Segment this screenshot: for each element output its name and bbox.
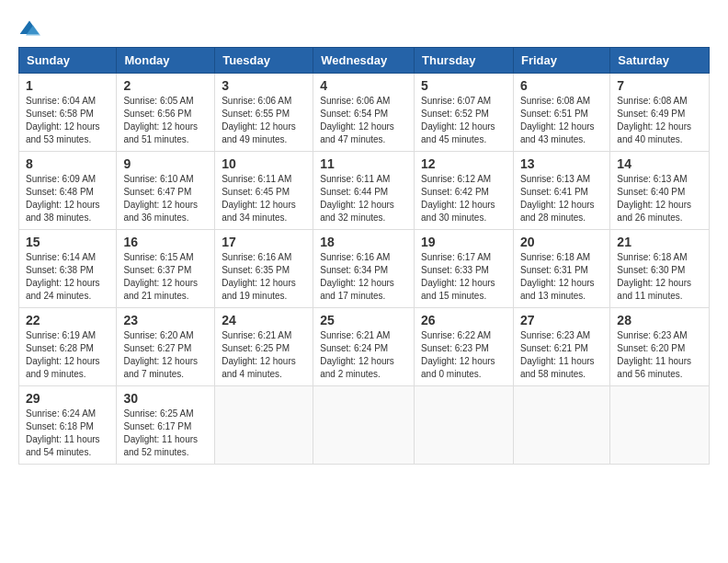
day-number: 7 bbox=[617, 78, 702, 93]
cell-content: Sunrise: 6:09 AMSunset: 6:48 PMDaylight:… bbox=[26, 173, 109, 224]
day-number: 21 bbox=[617, 235, 702, 249]
cell-content: Sunrise: 6:11 AMSunset: 6:44 PMDaylight:… bbox=[320, 173, 407, 224]
day-number: 24 bbox=[222, 313, 306, 327]
cell-content: Sunrise: 6:06 AMSunset: 6:54 PMDaylight:… bbox=[320, 95, 407, 146]
cell-content: Sunrise: 6:20 AMSunset: 6:27 PMDaylight:… bbox=[123, 329, 208, 381]
day-number: 18 bbox=[320, 235, 407, 249]
cell-content: Sunrise: 6:19 AMSunset: 6:28 PMDaylight:… bbox=[26, 329, 109, 381]
calendar-cell: 24Sunrise: 6:21 AMSunset: 6:25 PMDayligh… bbox=[215, 308, 313, 386]
day-number: 11 bbox=[320, 156, 407, 171]
calendar-cell bbox=[610, 386, 710, 465]
calendar-table: SundayMondayTuesdayWednesdayThursdayFrid… bbox=[18, 47, 710, 465]
col-header-saturday: Saturday bbox=[610, 48, 710, 74]
week-row-5: 29Sunrise: 6:24 AMSunset: 6:18 PMDayligh… bbox=[19, 386, 710, 465]
day-number: 17 bbox=[222, 235, 306, 249]
calendar-cell: 15Sunrise: 6:14 AMSunset: 6:38 PMDayligh… bbox=[19, 230, 117, 308]
cell-content: Sunrise: 6:25 AMSunset: 6:17 PMDaylight:… bbox=[123, 408, 208, 459]
day-number: 26 bbox=[421, 313, 506, 327]
calendar-header-row: SundayMondayTuesdayWednesdayThursdayFrid… bbox=[19, 48, 710, 74]
cell-content: Sunrise: 6:08 AMSunset: 6:49 PMDaylight:… bbox=[617, 95, 702, 146]
week-row-2: 8Sunrise: 6:09 AMSunset: 6:48 PMDaylight… bbox=[19, 152, 710, 230]
calendar-cell: 13Sunrise: 6:13 AMSunset: 6:41 PMDayligh… bbox=[513, 152, 609, 230]
calendar-cell: 27Sunrise: 6:23 AMSunset: 6:21 PMDayligh… bbox=[513, 308, 609, 386]
calendar-cell: 20Sunrise: 6:18 AMSunset: 6:31 PMDayligh… bbox=[513, 230, 609, 308]
logo-icon bbox=[18, 19, 40, 38]
day-number: 8 bbox=[26, 156, 109, 171]
day-number: 25 bbox=[320, 313, 407, 327]
cell-content: Sunrise: 6:23 AMSunset: 6:21 PMDaylight:… bbox=[520, 329, 603, 381]
calendar-cell: 16Sunrise: 6:15 AMSunset: 6:37 PMDayligh… bbox=[117, 230, 215, 308]
cell-content: Sunrise: 6:11 AMSunset: 6:45 PMDaylight:… bbox=[222, 173, 306, 224]
calendar-cell bbox=[313, 386, 415, 465]
calendar-cell: 10Sunrise: 6:11 AMSunset: 6:45 PMDayligh… bbox=[215, 152, 313, 230]
cell-content: Sunrise: 6:05 AMSunset: 6:56 PMDaylight:… bbox=[123, 95, 208, 146]
calendar-cell: 6Sunrise: 6:08 AMSunset: 6:51 PMDaylight… bbox=[513, 74, 609, 152]
calendar-cell: 18Sunrise: 6:16 AMSunset: 6:34 PMDayligh… bbox=[313, 230, 415, 308]
col-header-wednesday: Wednesday bbox=[313, 48, 415, 74]
page-header bbox=[18, 18, 710, 38]
day-number: 4 bbox=[320, 78, 407, 93]
day-number: 27 bbox=[520, 313, 603, 327]
day-number: 23 bbox=[123, 313, 208, 327]
calendar-cell: 7Sunrise: 6:08 AMSunset: 6:49 PMDaylight… bbox=[610, 74, 710, 152]
cell-content: Sunrise: 6:06 AMSunset: 6:55 PMDaylight:… bbox=[222, 95, 306, 146]
cell-content: Sunrise: 6:15 AMSunset: 6:37 PMDaylight:… bbox=[123, 251, 208, 303]
calendar-cell: 1Sunrise: 6:04 AMSunset: 6:58 PMDaylight… bbox=[19, 74, 117, 152]
day-number: 20 bbox=[520, 235, 603, 249]
calendar-cell: 11Sunrise: 6:11 AMSunset: 6:44 PMDayligh… bbox=[313, 152, 415, 230]
calendar-cell: 8Sunrise: 6:09 AMSunset: 6:48 PMDaylight… bbox=[19, 152, 117, 230]
week-row-4: 22Sunrise: 6:19 AMSunset: 6:28 PMDayligh… bbox=[19, 308, 710, 386]
day-number: 16 bbox=[123, 235, 208, 249]
cell-content: Sunrise: 6:18 AMSunset: 6:30 PMDaylight:… bbox=[617, 251, 702, 303]
day-number: 22 bbox=[26, 313, 109, 327]
cell-content: Sunrise: 6:23 AMSunset: 6:20 PMDaylight:… bbox=[617, 329, 702, 381]
cell-content: Sunrise: 6:21 AMSunset: 6:24 PMDaylight:… bbox=[320, 329, 407, 381]
day-number: 9 bbox=[123, 156, 208, 171]
col-header-friday: Friday bbox=[513, 48, 609, 74]
day-number: 29 bbox=[26, 391, 109, 406]
day-number: 28 bbox=[617, 313, 702, 327]
cell-content: Sunrise: 6:07 AMSunset: 6:52 PMDaylight:… bbox=[421, 95, 506, 146]
cell-content: Sunrise: 6:18 AMSunset: 6:31 PMDaylight:… bbox=[520, 251, 603, 303]
calendar-cell: 17Sunrise: 6:16 AMSunset: 6:35 PMDayligh… bbox=[215, 230, 313, 308]
col-header-monday: Monday bbox=[117, 48, 215, 74]
day-number: 15 bbox=[26, 235, 109, 249]
col-header-sunday: Sunday bbox=[19, 48, 117, 74]
calendar-cell bbox=[513, 386, 609, 465]
calendar-cell: 12Sunrise: 6:12 AMSunset: 6:42 PMDayligh… bbox=[415, 152, 514, 230]
cell-content: Sunrise: 6:13 AMSunset: 6:41 PMDaylight:… bbox=[520, 173, 603, 224]
day-number: 5 bbox=[421, 78, 506, 93]
cell-content: Sunrise: 6:08 AMSunset: 6:51 PMDaylight:… bbox=[520, 95, 603, 146]
cell-content: Sunrise: 6:04 AMSunset: 6:58 PMDaylight:… bbox=[26, 95, 109, 146]
day-number: 3 bbox=[222, 78, 306, 93]
calendar-cell: 2Sunrise: 6:05 AMSunset: 6:56 PMDaylight… bbox=[117, 74, 215, 152]
calendar-cell: 21Sunrise: 6:18 AMSunset: 6:30 PMDayligh… bbox=[610, 230, 710, 308]
calendar-cell: 25Sunrise: 6:21 AMSunset: 6:24 PMDayligh… bbox=[313, 308, 415, 386]
logo bbox=[18, 18, 44, 38]
day-number: 12 bbox=[421, 156, 506, 171]
day-number: 19 bbox=[421, 235, 506, 249]
cell-content: Sunrise: 6:21 AMSunset: 6:25 PMDaylight:… bbox=[222, 329, 306, 381]
col-header-thursday: Thursday bbox=[415, 48, 514, 74]
day-number: 30 bbox=[123, 391, 208, 406]
cell-content: Sunrise: 6:14 AMSunset: 6:38 PMDaylight:… bbox=[26, 251, 109, 303]
calendar-cell: 26Sunrise: 6:22 AMSunset: 6:23 PMDayligh… bbox=[415, 308, 514, 386]
week-row-3: 15Sunrise: 6:14 AMSunset: 6:38 PMDayligh… bbox=[19, 230, 710, 308]
calendar-cell bbox=[415, 386, 514, 465]
calendar-cell: 4Sunrise: 6:06 AMSunset: 6:54 PMDaylight… bbox=[313, 74, 415, 152]
cell-content: Sunrise: 6:13 AMSunset: 6:40 PMDaylight:… bbox=[617, 173, 702, 224]
calendar-cell: 3Sunrise: 6:06 AMSunset: 6:55 PMDaylight… bbox=[215, 74, 313, 152]
cell-content: Sunrise: 6:16 AMSunset: 6:34 PMDaylight:… bbox=[320, 251, 407, 303]
calendar-cell: 14Sunrise: 6:13 AMSunset: 6:40 PMDayligh… bbox=[610, 152, 710, 230]
day-number: 14 bbox=[617, 156, 702, 171]
calendar-cell bbox=[215, 386, 313, 465]
calendar-cell: 19Sunrise: 6:17 AMSunset: 6:33 PMDayligh… bbox=[415, 230, 514, 308]
calendar-cell: 23Sunrise: 6:20 AMSunset: 6:27 PMDayligh… bbox=[117, 308, 215, 386]
col-header-tuesday: Tuesday bbox=[215, 48, 313, 74]
calendar-cell: 28Sunrise: 6:23 AMSunset: 6:20 PMDayligh… bbox=[610, 308, 710, 386]
calendar-cell: 22Sunrise: 6:19 AMSunset: 6:28 PMDayligh… bbox=[19, 308, 117, 386]
cell-content: Sunrise: 6:24 AMSunset: 6:18 PMDaylight:… bbox=[26, 408, 109, 459]
day-number: 2 bbox=[123, 78, 208, 93]
calendar-cell: 30Sunrise: 6:25 AMSunset: 6:17 PMDayligh… bbox=[117, 386, 215, 465]
calendar-cell: 29Sunrise: 6:24 AMSunset: 6:18 PMDayligh… bbox=[19, 386, 117, 465]
